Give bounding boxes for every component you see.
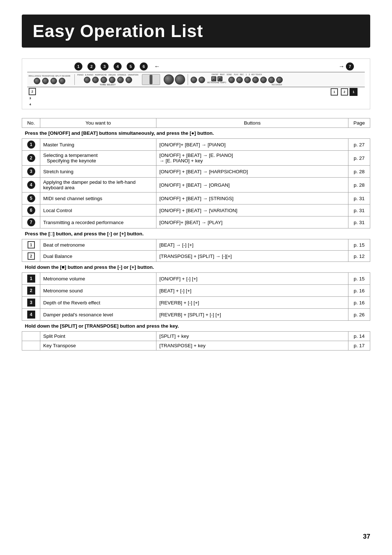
variation-btn[interactable]: [126, 77, 132, 83]
header-buttons: Buttons: [156, 118, 348, 128]
row-number-cell: 3: [22, 297, 40, 309]
table-row: 4Damper pedal's resonance level[REVERB] …: [22, 309, 370, 321]
row-number-cell: 5: [22, 193, 40, 204]
row-description: Applying the damper pedal to the left-ha…: [40, 178, 156, 193]
organ-btn[interactable]: [109, 77, 115, 83]
row-buttons: [TRANSPOSE] + [SPLIT] → [-][+]: [156, 251, 348, 262]
track3-btn[interactable]: [268, 77, 275, 83]
table-row: Key Transpose[TRANSPOSE] + keyp. 17: [22, 341, 370, 351]
circle-number: 4: [27, 181, 35, 189]
table-row: 2Selecting a temperamentSpecifying the k…: [22, 151, 370, 166]
row-page: p. 14: [348, 332, 370, 341]
page-title: Easy Operation List: [33, 21, 359, 41]
header-page: Page: [348, 118, 370, 128]
table-row: 7Transmitting a recorded performance[ON/…: [22, 216, 370, 228]
row-description: Transmitting a recorded performance: [40, 216, 156, 228]
row-page: p. 12: [348, 251, 370, 262]
onoff-btn[interactable]: [191, 77, 197, 83]
diagram-num-5: 5: [127, 62, 135, 70]
row-page: p. 27: [348, 139, 370, 151]
epiano-btn[interactable]: [92, 77, 99, 83]
subrow-right-1: 1: [331, 88, 338, 96]
row-page: p. 31: [348, 204, 370, 216]
row-buttons: [ON/OFF] + [BEAT] → [E. PIANO]→ [E. PIAN…: [156, 151, 348, 166]
reverb-knob[interactable]: [59, 78, 65, 84]
header-no: No.: [22, 118, 40, 128]
row-page: p. 16: [348, 297, 370, 309]
section-header-section4: Hold down the [SPLIT] or [TRANSPOSE] but…: [22, 321, 370, 332]
keytouch-btn[interactable]: [276, 77, 283, 83]
table-row: Split Point[SPLIT] + keyp. 14: [22, 332, 370, 341]
row-page: p. 26: [348, 309, 370, 321]
row-buttons: [TRANSPOSE] + key: [156, 341, 348, 351]
section-header-text: Press the [ON/OFF] and [BEAT] buttons si…: [22, 128, 370, 139]
volume-slider[interactable]: [142, 74, 160, 85]
row-number-cell: 6: [22, 204, 40, 216]
section-header-text: Hold down the [■] button and press the […: [22, 262, 370, 273]
table-row: 2Metronome sound[BEAT] + [-] [+]p. 16: [22, 285, 370, 297]
row-description: Dual Balance: [40, 251, 156, 262]
keyboard-diagram: 1 2 3 4 5 6 ← → 7 BRILLIANCE TRANSPOSE S…: [22, 58, 370, 109]
row-number-cell: 2: [22, 151, 40, 166]
circle-number: 7: [27, 218, 35, 226]
row-page: p. 31: [348, 216, 370, 228]
row-description: Master Tuning: [40, 139, 156, 151]
play-btn[interactable]: [244, 77, 251, 83]
table-row: 1Beat of metronome[BEAT] → [-] [+]p. 15: [22, 239, 370, 251]
row-buttons: [REVERB] + [-] [+]: [156, 297, 348, 309]
diagram-num-6: 6: [140, 62, 148, 70]
diagram-num-2: 2: [87, 62, 95, 70]
row-page: p. 31: [348, 193, 370, 204]
song-btn[interactable]: [236, 77, 243, 83]
track1-btn[interactable]: [260, 77, 267, 83]
table-row: 6Local Control[ON/OFF] + [BEAT] → [VARIA…: [22, 204, 370, 216]
subrow-right-2: 2: [341, 88, 348, 96]
brilliance-knob[interactable]: [34, 78, 40, 84]
row-buttons: [ON/OFF] + [BEAT] → [ORGAN]: [156, 178, 348, 193]
row-page: p. 28: [348, 166, 370, 178]
row-description: Depth of the Reverb effect: [40, 297, 156, 309]
row-page: p. 16: [348, 285, 370, 297]
diagram-arrow-right: →: [339, 63, 344, 70]
strings-btn[interactable]: [117, 77, 124, 83]
row-number-cell: 4: [22, 309, 40, 321]
filled-square-number: 3: [27, 299, 35, 307]
table-row: 1Metronome volume[ON/OFF] + [-] [+]p. 15: [22, 273, 370, 285]
title-banner: Easy Operation List: [22, 15, 370, 48]
beat-btn[interactable]: [199, 77, 205, 83]
row-description: Damper pedal's resonance level: [40, 309, 156, 321]
all-sound-btn[interactable]: [228, 77, 235, 83]
section-header-section2: Press the [□] button, and press the [-] …: [22, 228, 370, 239]
row-description: Local Control: [40, 204, 156, 216]
row-buttons: [BEAT] + [-] [+]: [156, 285, 348, 297]
minus-btn[interactable]: -: [211, 76, 216, 81]
row-description: Split Point: [40, 332, 156, 341]
row-number-cell: 3: [22, 166, 40, 178]
split-knob[interactable]: [50, 78, 57, 84]
circle-number: 6: [27, 206, 35, 214]
filled-square-number: 1: [27, 275, 35, 283]
volume-knob-1[interactable]: [164, 74, 174, 85]
row-number-cell: 2: [22, 251, 40, 262]
circle-number: 2: [27, 154, 35, 162]
row-description: Stretch tuning: [40, 166, 156, 178]
diagram-num-7: 7: [346, 62, 354, 70]
table-row: 5MIDI send channel settings[ON/OFF] + [B…: [22, 193, 370, 204]
piano-btn[interactable]: [84, 77, 90, 83]
row-number-cell: 2: [22, 285, 40, 297]
plus-btn[interactable]: +: [217, 76, 222, 81]
row-description: Metronome volume: [40, 273, 156, 285]
rec-btn[interactable]: [252, 77, 259, 83]
volume-knob-2[interactable]: [175, 74, 185, 85]
row-buttons: [ON/OFF] + [BEAT] → [VARIATION]: [156, 204, 348, 216]
row-buttons: [ON/OFF] + [-] [+]: [156, 273, 348, 285]
section-header-section1: Press the [ON/OFF] and [BEAT] buttons si…: [22, 128, 370, 139]
row-page: p. 17: [348, 341, 370, 351]
filled-square-number: 4: [27, 311, 35, 319]
harpsichord-btn[interactable]: [101, 77, 107, 83]
row-buttons: [ON/OFF] + [BEAT] → [HARPSICHORD]: [156, 166, 348, 178]
subrow-num-2: 2: [29, 88, 36, 95]
row-number-cell: 4: [22, 178, 40, 193]
square-number: 1: [28, 241, 35, 248]
transpose-knob[interactable]: [42, 78, 49, 84]
